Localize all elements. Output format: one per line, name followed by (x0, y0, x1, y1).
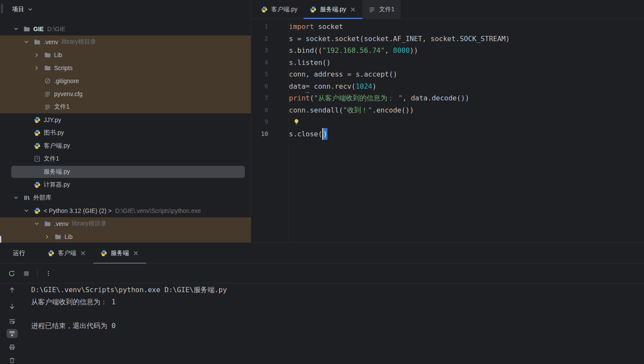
python-icon (34, 142, 41, 149)
tree-item-label: .venv (54, 220, 68, 227)
run-body: D:\GIE\.venv\Scripts\python.exe D:\GIE\服… (0, 283, 644, 364)
tree-item[interactable]: 服务端.py (0, 165, 251, 178)
printer-icon[interactable] (9, 344, 16, 351)
code-text[interactable]: conn.sendall("收到！".encode()) (288, 104, 414, 116)
console-line: 从客户端收到的信息为： 1 (31, 296, 644, 308)
folder-icon (44, 220, 51, 227)
tree-item[interactable]: 外部库 (0, 191, 251, 204)
chevron-right-icon[interactable] (44, 234, 54, 240)
chevron-down-icon[interactable] (23, 39, 34, 45)
chevron-right-icon[interactable] (34, 52, 44, 58)
line-number[interactable]: 9 (251, 116, 288, 128)
tree-item[interactable]: 客户端.py (0, 139, 251, 152)
run-toolbar (0, 264, 644, 283)
chevron-right-icon[interactable] (34, 65, 44, 71)
main-area: 项目 GIED:\GIE.venvlibrary根目录LibScripts.gi… (0, 0, 644, 242)
tree-item[interactable]: pyvenv.cfg (0, 87, 251, 100)
code-lines: 1import socket2s = socket.socket(socket.… (251, 19, 644, 140)
code-text[interactable]: s = socket.socket(socket.AF_INET, socket… (288, 33, 510, 45)
console-line (31, 308, 644, 320)
project-tool-window: 项目 GIED:\GIE.venvlibrary根目录LibScripts.gi… (0, 0, 251, 242)
tree-item-label: Scripts (54, 64, 73, 71)
tree-item[interactable]: .venvlibrary根目录 (0, 217, 251, 230)
editor-tab[interactable]: 服务端.py (304, 0, 363, 19)
intention-bulb-icon[interactable] (293, 119, 300, 125)
tree-item-label: 文件1 (44, 155, 59, 163)
code-text[interactable]: import socket (288, 21, 343, 33)
tree-item[interactable]: 文件1 (0, 100, 251, 113)
line-number[interactable]: 7 (251, 92, 288, 104)
console-output[interactable]: D:\GIE\.venv\Scripts\python.exe D:\GIE\服… (24, 283, 644, 364)
tool-window-stripe-indicator[interactable] (1, 4, 3, 13)
tree-item-label: .gitignore (54, 77, 79, 84)
tool-window-stripe-indicator[interactable] (0, 236, 1, 243)
ignore-icon (44, 77, 51, 84)
tree-item-label: 服务端.py (44, 168, 70, 176)
line-number[interactable]: 6 (251, 81, 288, 93)
code-text[interactable]: s.listen() (288, 57, 330, 69)
close-icon[interactable] (80, 250, 87, 257)
tree-item[interactable]: ?文件1 (0, 152, 251, 165)
project-header-title[interactable]: 项目 (12, 6, 24, 13)
tree-item[interactable]: 计算器.py (0, 178, 251, 191)
line-number[interactable]: 4 (251, 57, 288, 69)
run-tab-label: 客户端 (58, 249, 76, 257)
scroll-to-end-icon[interactable] (6, 329, 18, 338)
code-text[interactable]: data= conn.recv(1024) (288, 81, 376, 93)
tree-item[interactable]: < Python 3.12 (GIE) (2) >D:\GIE\.venv\Sc… (0, 204, 251, 217)
tree-item[interactable]: .gitignore (0, 74, 251, 87)
project-tool-window-header[interactable]: 项目 (0, 0, 251, 19)
chevron-down-icon[interactable] (27, 6, 33, 13)
tree-item[interactable]: Lib (0, 230, 251, 242)
editor-body[interactable]: 1import socket2s = socket.socket(socket.… (251, 19, 644, 242)
tree-item-label: 客户端.py (44, 142, 70, 150)
run-tool-window-header: 运行 客户端服务端 (0, 243, 644, 264)
code-line: 8conn.sendall("收到！".encode()) (251, 104, 644, 116)
stop-button[interactable] (22, 270, 30, 277)
editor-tab[interactable]: 客户端.py (255, 0, 304, 19)
line-number[interactable]: 2 (251, 33, 288, 45)
arrow-down-icon[interactable] (9, 303, 16, 310)
folder-icon (54, 233, 61, 240)
tree-item-label: Lib (64, 233, 73, 240)
line-number[interactable]: 3 (251, 45, 288, 57)
clear-console-icon[interactable] (9, 357, 16, 364)
code-text[interactable] (288, 116, 300, 128)
rerun-button[interactable] (8, 270, 16, 277)
run-tab[interactable]: 服务端 (93, 243, 146, 263)
close-icon[interactable] (349, 6, 356, 13)
chevron-down-icon[interactable] (13, 26, 23, 32)
more-options-button[interactable] (45, 270, 52, 277)
textfile-icon (44, 90, 51, 97)
arrow-up-icon[interactable] (9, 287, 16, 293)
code-text[interactable]: s.bind(("192.168.56.74", 8000)) (288, 45, 418, 57)
tree-item[interactable]: JJY.py (0, 113, 251, 126)
code-text[interactable]: print("从客户端收到的信息为： ", data.decode()) (288, 92, 469, 104)
line-number[interactable]: 1 (251, 21, 288, 33)
python-icon (100, 250, 107, 257)
run-tab[interactable]: 客户端 (41, 243, 93, 263)
tree-item[interactable]: Scripts (0, 61, 251, 74)
chevron-down-icon[interactable] (23, 208, 34, 214)
line-number[interactable]: 8 (251, 104, 288, 116)
line-number[interactable]: 10 (251, 128, 288, 140)
tree-item[interactable]: Lib (0, 48, 251, 61)
tree-item[interactable]: 图书.py (0, 126, 251, 139)
chevron-down-icon[interactable] (34, 221, 44, 227)
run-tab-label: 服务端 (111, 249, 129, 257)
editor-tab-label: 文件1 (379, 6, 394, 13)
soft-wrap-icon[interactable] (9, 318, 16, 325)
console-toolbar (0, 283, 24, 364)
line-number[interactable]: 5 (251, 68, 288, 81)
tree-item[interactable]: .venvlibrary根目录 (0, 35, 251, 48)
tree-item[interactable]: GIED:\GIE (0, 23, 251, 35)
python-icon (34, 116, 41, 123)
code-text[interactable]: s.close() (288, 128, 327, 140)
code-text[interactable]: conn, address = s.accept() (288, 68, 397, 81)
chevron-down-icon[interactable] (13, 195, 23, 201)
editor-tab-bar: 客户端.py服务端.py文件1 (251, 0, 644, 19)
run-tab-bar: 客户端服务端 (41, 243, 146, 263)
close-icon[interactable] (132, 250, 139, 257)
code-line: 1import socket (251, 21, 644, 33)
editor-tab[interactable]: 文件1 (362, 0, 400, 19)
